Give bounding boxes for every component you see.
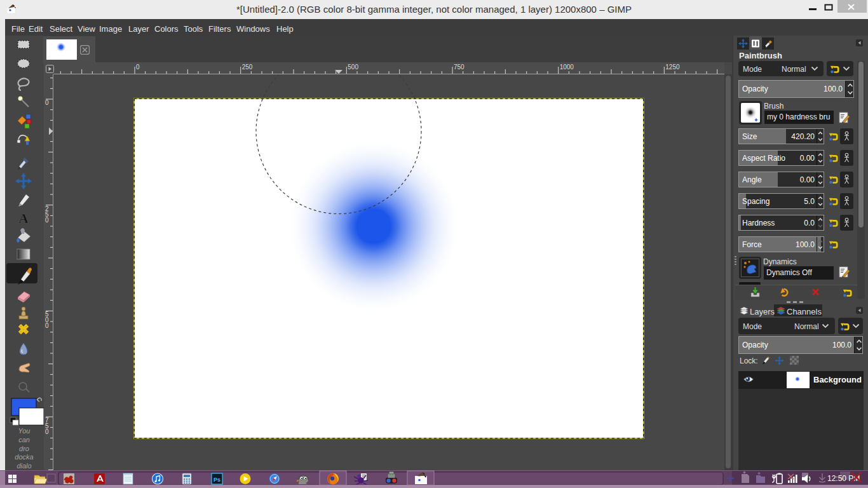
svg-text:1250: 1250 (665, 64, 680, 71)
svg-text:0: 0 (45, 322, 49, 329)
svg-text:0: 0 (136, 64, 140, 71)
svg-text:500: 500 (348, 64, 358, 71)
svg-text:250: 250 (242, 64, 253, 71)
svg-text:0: 0 (45, 99, 49, 106)
svg-text:A: A (18, 210, 29, 226)
svg-text:750: 750 (454, 64, 465, 71)
svg-text:0: 0 (45, 428, 49, 435)
svg-text:Ps: Ps (214, 477, 220, 483)
svg-text:1000: 1000 (560, 64, 574, 71)
svg-text:0: 0 (45, 217, 49, 224)
